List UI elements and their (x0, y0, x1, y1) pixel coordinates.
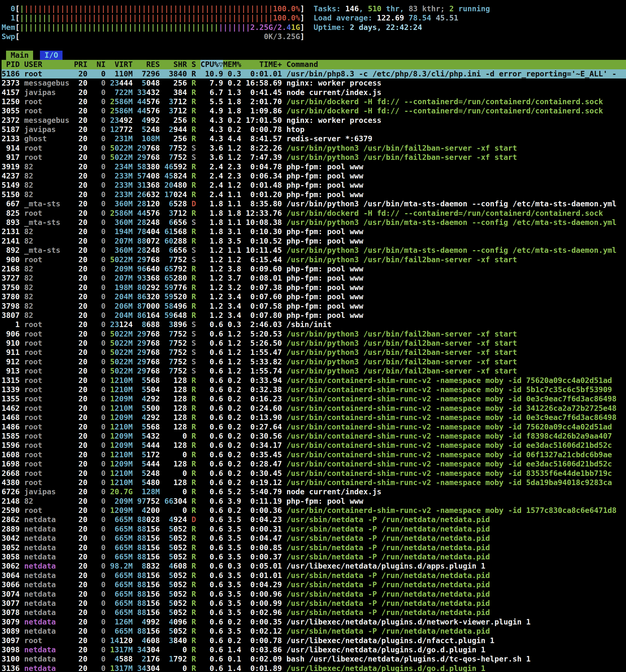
table-row[interactable]: 3919 82 20 0 234M 58380 46592 R 2.42.3 0… (2, 162, 626, 171)
table-row[interactable]: 3066 netdata 20 0 665M 88156 5052 R 0.63… (2, 580, 626, 589)
table-row[interactable]: 1339 root 20 0 1210M 5504 128 R 0.60.2 0… (2, 385, 626, 394)
table-row[interactable]: 2889 netdata 20 0 665M 88156 5052 R 0.63… (2, 525, 626, 534)
table-row[interactable]: 3798 82 20 0 206M 87000 58496 R 1.23.4 0… (2, 302, 626, 311)
table-row[interactable]: 2141 82 20 0 207M 88072 60288 R 1.83.5 0… (2, 237, 626, 246)
column-header-cpu[interactable]: CPU%▽ (201, 60, 223, 69)
table-row[interactable]: 1355 root 20 0 1209M 4292 128 R 0.60.2 0… (2, 394, 626, 404)
column-header-pri[interactable]: PRI (74, 60, 88, 69)
cell-pid: 2889 (2, 525, 20, 534)
table-row[interactable]: 3727 82 20 0 207M 93368 65280 R 1.23.7 0… (2, 273, 626, 283)
table-row[interactable]: 1315 root 20 0 1210M 5568 128 R 0.60.2 0… (2, 376, 626, 385)
table-row[interactable]: 3058 netdata 20 0 665M 88156 5052 R 0.63… (2, 552, 626, 561)
table-row[interactable]: 3098 netdata 20 0 1317M 34304 0 R 0.61.4… (2, 645, 626, 654)
table-row[interactable]: 2133 ghost 20 0 231M 108M 256 R 4.34.4 8… (2, 134, 626, 143)
table-row[interactable]: 906 root 20 0 5022M 29768 7752 S 0.61.2 … (2, 330, 626, 339)
table-row[interactable]: 3074 netdata 20 0 665M 88156 5052 R 0.63… (2, 590, 626, 599)
table-row[interactable]: 5150 82 20 0 233M 26632 17024 R 2.41.1 0… (2, 190, 626, 199)
cell-pid: 3727 (2, 273, 20, 283)
cell-cpu: 0.6 (201, 376, 223, 385)
cell-s: R (191, 506, 196, 515)
table-row[interactable]: 2131 82 20 0 194M 78404 61568 R 1.83.1 0… (2, 227, 626, 236)
cell-time: 2:01.70 (246, 97, 282, 106)
table-row[interactable]: 1596 root 20 0 1209M 5444 128 R 0.60.2 0… (2, 441, 626, 450)
table-row[interactable]: 1585 root 20 0 1209M 5432 0 R 0.60.2 0:3… (2, 432, 626, 441)
table-row[interactable]: 3042 netdata 20 0 665M 88156 5052 R 0.63… (2, 534, 626, 543)
cell-res: 4292 (137, 394, 160, 404)
table-row[interactable]: 1462 root 20 0 1210M 5500 128 R 0.60.2 0… (2, 404, 626, 413)
table-row[interactable]: 1486 root 20 0 1210M 5568 128 R 0.60.2 0… (2, 422, 626, 432)
table-row[interactable]: 3097 root 20 0 14120 4608 3840 R 0.60.2 … (2, 636, 626, 645)
column-header-pid[interactable]: PID (2, 60, 20, 69)
column-header-virt[interactable]: VIRT (110, 60, 133, 69)
table-row[interactable]: 892 _mta-sts 20 0 360M 28248 6656 S 1.21… (2, 246, 626, 255)
cell-res: 88156 (137, 543, 160, 552)
column-header-mem[interactable]: MEM% (223, 60, 241, 69)
table-row[interactable]: 912 root 20 0 5022M 29768 7752 S 0.61.2 … (2, 357, 626, 366)
table-row[interactable]: 4380 root 20 0 1210M 5480 128 R 0.60.2 0… (2, 478, 626, 487)
column-header-user[interactable]: USER (24, 60, 69, 69)
table-row[interactable]: 3079 netdata 20 0 126M 4992 4096 R 0.60.… (2, 617, 626, 627)
table-row[interactable]: 3062 netdata 20 0 98.2M 8832 4608 R 0.60… (2, 561, 626, 571)
cell-s: R (191, 478, 196, 487)
cell-cmd: /usr/sbin/netdata -P /run/netdata/netdat… (286, 552, 626, 561)
table-row[interactable]: 825 root 20 0 2586M 44576 3712 R 1.81.8 … (2, 209, 626, 218)
table-row[interactable]: 2148 82 20 0 209M 97752 66304 R 0.63.9 0… (2, 497, 626, 506)
table-row[interactable]: 2372 messagebus 20 0 23492 4992 256 R 4.… (2, 116, 626, 125)
table-row[interactable]: 3064 netdata 20 0 665M 88156 5052 R 0.63… (2, 571, 626, 580)
cell-user: root (24, 209, 69, 218)
table-row[interactable]: 3750 82 20 0 198M 80292 59776 R 1.23.2 0… (2, 283, 626, 292)
table-row[interactable]: 4237 82 20 0 233M 57408 45824 R 2.42.3 0… (2, 171, 626, 181)
cell-virt: 1209M (110, 432, 133, 441)
column-header-s[interactable]: S (191, 60, 196, 69)
table-row[interactable]: 3077 netdata 20 0 665M 88156 5052 R 0.63… (2, 599, 626, 608)
table-row[interactable]: 3807 82 20 0 204M 86164 59648 R 1.23.4 0… (2, 311, 626, 320)
table-row[interactable]: 900 root 20 0 5022M 29768 7752 S 1.21.2 … (2, 255, 626, 264)
table-row[interactable]: 2373 messagebus 20 0 23444 5048 256 R 7.… (2, 78, 626, 88)
table-row[interactable]: 667 _mta-sts 20 0 360M 28120 6528 D 1.81… (2, 199, 626, 209)
table-row[interactable]: 3078 netdata 20 0 665M 88156 5052 R 0.63… (2, 608, 626, 617)
cell-ni: 0 (92, 608, 106, 617)
column-header-res[interactable]: RES (137, 60, 160, 69)
load-summary: Load average: 122.69 78.54 45.51 (314, 14, 458, 23)
table-row[interactable]: 914 root 20 0 5022M 29768 7752 S 3.61.2 … (2, 144, 626, 153)
cell-user: root (24, 413, 69, 422)
table-row[interactable]: 1698 root 20 0 1209M 5444 128 R 0.60.2 0… (2, 459, 626, 469)
cell-user: root (24, 320, 69, 329)
table-row[interactable]: 911 root 20 0 5022M 29768 7752 S 0.61.2 … (2, 348, 626, 357)
column-header-time[interactable]: TIME+ (246, 60, 282, 69)
table-row[interactable]: 913 root 20 0 5022M 29768 7752 S 0.61.2 … (2, 366, 626, 376)
table-row[interactable]: 5186 root 20 0 110M 7296 3840 R 10.90.3 … (2, 69, 626, 78)
table-row[interactable]: 5187 javipas 20 0 12772 5248 2944 R 4.30… (2, 125, 626, 134)
cell-pri: 20 (74, 116, 88, 125)
column-header-shr[interactable]: SHR (164, 60, 187, 69)
cell-shr: 58496 (164, 302, 187, 311)
table-row[interactable]: 2590 root 20 0 1209M 4200 0 R 0.60.2 0:0… (2, 506, 626, 515)
column-header-cmd[interactable]: Command (286, 60, 626, 69)
tab-io[interactable]: I/O (40, 51, 63, 60)
table-row[interactable]: 2862 netdata 20 0 665M 88028 4924 D 0.63… (2, 515, 626, 524)
table-row[interactable]: 893 _mta-sts 20 0 360M 28248 6656 S 1.81… (2, 218, 626, 227)
table-row[interactable]: 6726 javipas 20 0 20.7G 128M 0 R 0.65.2 … (2, 487, 626, 496)
table-row[interactable]: 2168 82 20 0 209M 96640 65792 R 1.23.8 0… (2, 264, 626, 273)
table-row[interactable]: 1250 root 20 0 2586M 44576 3712 R 5.51.8… (2, 97, 626, 106)
table-row[interactable]: 2668 root 20 0 1210M 5248 0 R 0.60.2 0:3… (2, 469, 626, 478)
table-row[interactable]: 1 root 20 0 23124 8688 3896 S 0.60.3 2:4… (2, 320, 626, 329)
cell-shr: 4924 (164, 515, 187, 524)
tab-main[interactable]: Main (6, 51, 33, 60)
table-row[interactable]: 5149 82 20 0 233M 31368 20480 R 2.41.2 0… (2, 181, 626, 190)
table-row[interactable]: 3100 netdata 20 0 4588 2176 1792 R 0.60.… (2, 654, 626, 664)
table-row[interactable]: 1608 root 20 0 1210M 5172 0 R 0.60.2 0:3… (2, 450, 626, 459)
table-row[interactable]: 3055 root 20 0 2586M 44576 3712 R 4.91.8… (2, 106, 626, 116)
table-row[interactable]: 3089 netdata 20 0 665M 88156 5052 R 0.63… (2, 627, 626, 636)
table-row[interactable]: 3052 netdata 20 0 665M 88156 5052 R 0.63… (2, 543, 626, 552)
table-row[interactable]: 3136 netdata 20 0 1317M 34304 0 R 0.61.4… (2, 664, 626, 672)
column-header-ni[interactable]: NI (92, 60, 106, 69)
cell-res: 4992 (137, 617, 160, 627)
table-row[interactable]: 910 root 20 0 5022M 29768 7752 S 0.61.2 … (2, 339, 626, 348)
cell-ni: 0 (92, 255, 106, 264)
table-row[interactable]: 4157 javipas 20 0 722M 33432 384 R 6.71.… (2, 88, 626, 97)
table-row[interactable]: 3780 82 20 0 204M 86320 59520 R 1.23.4 0… (2, 292, 626, 301)
cell-cpu: 0.6 (201, 599, 223, 608)
table-row[interactable]: 917 root 20 0 5022M 29768 7752 S 3.61.2 … (2, 153, 626, 162)
table-row[interactable]: 1468 root 20 0 1209M 4292 128 R 0.60.2 0… (2, 413, 626, 422)
